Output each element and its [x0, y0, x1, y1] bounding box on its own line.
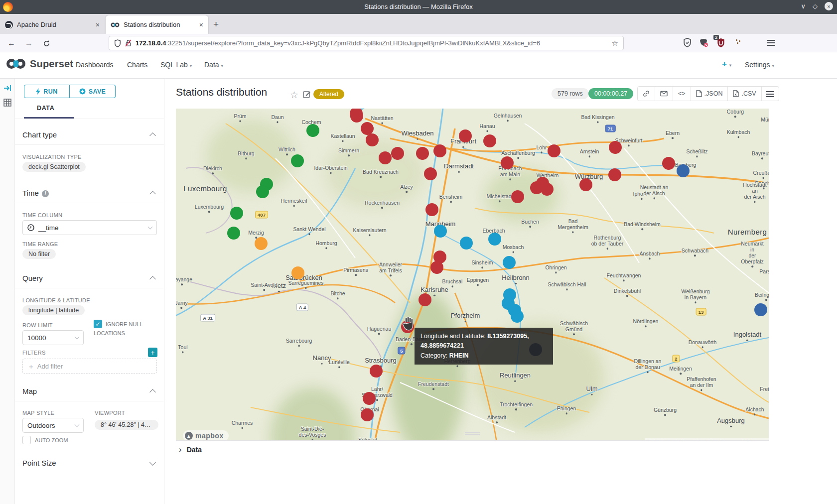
results-data-header[interactable]: › Data — [179, 445, 202, 455]
section-point-size[interactable]: Point Size — [22, 459, 56, 467]
run-button[interactable]: RUN — [24, 85, 70, 98]
export-csv-button[interactable]: .CSV — [728, 87, 761, 101]
url-input[interactable]: 172.18.0.4:32251/superset/explore/?form_… — [109, 36, 624, 50]
map-point-red[interactable] — [579, 178, 592, 191]
map-point-cyan[interactable] — [511, 310, 524, 323]
map-point-green[interactable] — [306, 124, 319, 137]
window-close-icon[interactable]: × — [825, 2, 833, 10]
map-point-red[interactable] — [418, 293, 431, 306]
tab-close-icon[interactable]: × — [199, 21, 203, 29]
map-point-green[interactable] — [256, 185, 269, 198]
section-query[interactable]: Query — [22, 274, 43, 282]
map-point-red[interactable] — [370, 365, 383, 378]
map-point-steel[interactable] — [677, 164, 690, 177]
map-point-red[interactable] — [511, 190, 524, 203]
chart-menu-button[interactable] — [762, 87, 779, 101]
insecure-lock-icon[interactable] — [125, 39, 132, 47]
map-point-red[interactable] — [391, 147, 404, 160]
map-point-red[interactable] — [424, 167, 437, 180]
chevron-up-icon[interactable] — [149, 389, 156, 395]
tab-stations-distribution[interactable]: Stations distribution × — [106, 15, 208, 34]
map-point-red[interactable] — [350, 110, 363, 123]
auto-zoom-checkbox[interactable] — [22, 436, 31, 444]
row-limit-select[interactable]: 10000 — [22, 330, 84, 345]
cookie-icon[interactable] — [733, 37, 744, 48]
datasource-grid-icon[interactable] — [3, 99, 11, 107]
map-point-red[interactable] — [459, 129, 472, 142]
extension-pinwheel-icon[interactable] — [749, 37, 760, 48]
map-point-orange[interactable] — [291, 266, 304, 279]
map-point-red[interactable] — [662, 157, 675, 170]
map-point-cyan[interactable] — [503, 256, 516, 269]
new-chart-button[interactable]: + ▾ — [722, 59, 731, 69]
map-point-green[interactable] — [291, 154, 304, 167]
embed-code-button[interactable]: <> — [673, 87, 691, 101]
map-point-cyan[interactable] — [488, 233, 501, 246]
map-canvas[interactable]: LuxembourgFrankfurtNurembergWiesbadenDar… — [176, 109, 769, 446]
window-minimize-icon[interactable]: ∨ — [801, 2, 806, 10]
multi-account-mask-icon[interactable] — [698, 37, 709, 48]
window-titlebar[interactable]: Stations distribution — Mozilla Firefox … — [0, 0, 837, 14]
chevron-up-icon[interactable] — [149, 132, 156, 139]
map-point-green[interactable] — [230, 207, 243, 220]
window-maximize-icon[interactable]: ◇ — [813, 2, 818, 10]
lonlat-value[interactable]: longitude | latitude — [22, 305, 85, 315]
nav-settings[interactable]: Settings ▾ — [745, 61, 774, 69]
section-map[interactable]: Map — [22, 387, 37, 395]
mapbox-logo[interactable]: ▲ mapbox — [183, 430, 229, 441]
map-point-red[interactable] — [541, 183, 554, 196]
map-point-red[interactable] — [609, 141, 622, 154]
favorite-star-icon[interactable]: ☆ — [290, 89, 298, 101]
map-point-red[interactable] — [608, 168, 621, 181]
tab-close-icon[interactable]: × — [96, 21, 100, 29]
forward-button[interactable]: → — [22, 37, 35, 50]
bookmark-star-icon[interactable]: ☆ — [612, 39, 618, 48]
chevron-down-icon[interactable] — [149, 459, 156, 466]
superset-brand[interactable]: Superset — [6, 58, 73, 70]
nav-sql-lab[interactable]: SQL Lab ▾ — [160, 61, 192, 69]
map-point-red[interactable] — [430, 261, 443, 274]
time-column-select[interactable]: __time — [22, 220, 157, 235]
nav-charts[interactable]: Charts — [127, 61, 147, 69]
ublock-icon[interactable]: 2 — [716, 37, 727, 48]
new-tab-button[interactable]: + — [213, 19, 219, 30]
viz-type-value[interactable]: deck.gl Scatterplot — [22, 162, 86, 172]
chevron-up-icon[interactable] — [149, 276, 156, 282]
section-chart-type[interactable]: Chart type — [22, 130, 57, 139]
tab-apache-druid[interactable]: Apache Druid × — [0, 15, 105, 34]
export-json-button[interactable]: .JSON — [691, 87, 728, 101]
altered-badge[interactable]: Altered — [313, 89, 344, 99]
map-style-select[interactable]: Outdoors — [22, 418, 84, 433]
map-point-red[interactable] — [483, 134, 496, 147]
map-point-cyan[interactable] — [434, 225, 447, 238]
menu-hamburger-icon[interactable] — [766, 37, 777, 48]
map-point-cyan[interactable] — [460, 237, 473, 250]
map-point-red[interactable] — [548, 144, 560, 157]
section-time[interactable]: Timei — [22, 189, 49, 197]
map-point-red[interactable] — [433, 144, 446, 157]
add-filter-input[interactable]: + Add filter — [22, 359, 157, 374]
map-point-red[interactable] — [366, 133, 379, 146]
map-point-red[interactable] — [416, 147, 429, 160]
panel-resize-handle[interactable] — [465, 431, 480, 436]
tracking-shield-icon[interactable] — [114, 39, 121, 47]
back-button[interactable]: ← — [5, 37, 18, 50]
share-link-button[interactable] — [638, 87, 655, 101]
reload-button[interactable] — [40, 37, 53, 50]
ignore-null-checkbox[interactable]: ✓ — [94, 320, 102, 328]
map-point-red[interactable] — [425, 203, 438, 216]
email-button[interactable] — [655, 87, 673, 101]
map-point-red[interactable] — [361, 408, 374, 421]
tab-data[interactable]: DATA — [37, 105, 54, 112]
nav-data[interactable]: Data ▾ — [204, 61, 223, 69]
time-range-value[interactable]: No filter — [22, 249, 56, 259]
map-point-red[interactable] — [363, 392, 376, 405]
edit-pencil-icon[interactable] — [303, 90, 311, 98]
map-point-orange[interactable] — [255, 237, 268, 250]
map-point-red[interactable] — [501, 156, 514, 169]
pocket-shield-icon[interactable] — [682, 37, 693, 48]
map-point-green[interactable] — [227, 227, 240, 240]
map-point-steel[interactable] — [754, 303, 767, 316]
viewport-value[interactable]: 8° 46' 45.28" | 49… — [95, 420, 158, 430]
chevron-up-icon[interactable] — [149, 191, 156, 197]
